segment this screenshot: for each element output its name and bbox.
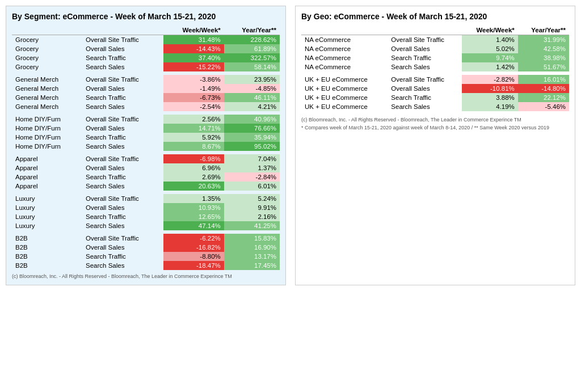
ww-cell: 47.14% — [163, 221, 224, 230]
metric-cell: Search Traffic — [82, 172, 163, 182]
segment-cell: NA eCommerce — [301, 35, 388, 45]
segment-cell: Luxury — [12, 203, 82, 212]
left-table: Week/Week* Year/Year** Grocery Overall S… — [12, 26, 280, 270]
yy-cell: 76.66% — [224, 124, 280, 133]
table-row: Luxury Search Sales 47.14% 41.25% — [12, 221, 280, 230]
yy-cell: 31.99% — [518, 35, 569, 45]
table-row: Home DIY/Furn Search Sales 8.67% 95.02% — [12, 142, 280, 151]
yy-cell: -2.84% — [224, 172, 280, 182]
ww-cell: 9.74% — [462, 53, 517, 62]
metric-cell: Overall Site Traffic — [388, 75, 462, 84]
yy-cell: 5.24% — [224, 194, 280, 203]
segment-cell: NA eCommerce — [301, 62, 388, 71]
segment-cell: Grocery — [12, 53, 82, 62]
segment-cell: Grocery — [12, 44, 82, 53]
metric-cell: Search Traffic — [82, 252, 163, 261]
table-row: Grocery Overall Sales -14.43% 61.89% — [12, 44, 280, 53]
table-row: B2B Search Traffic -8.80% 13.17% — [12, 252, 280, 261]
ww-cell: 6.96% — [163, 163, 224, 172]
ww-cell: -14.43% — [163, 44, 224, 53]
yy-cell: 15.83% — [224, 234, 280, 243]
yy-cell: 228.62% — [224, 35, 280, 45]
table-row: UK + EU eCommerce Search Sales 4.19% -5.… — [301, 102, 569, 111]
metric-cell: Search Sales — [82, 221, 163, 230]
ww-cell: -1.49% — [163, 84, 224, 93]
metric-cell: Search Sales — [82, 261, 163, 270]
ww-cell: 1.40% — [462, 35, 517, 45]
table-row: General Merch Overall Site Traffic -3.86… — [12, 75, 280, 84]
ww-cell: 10.93% — [163, 203, 224, 212]
segment-cell: NA eCommerce — [301, 44, 388, 53]
table-row: General Merch Search Traffic -6.73% 46.1… — [12, 93, 280, 102]
segment-cell: Apparel — [12, 154, 82, 163]
segment-cell: B2B — [12, 252, 82, 261]
metric-cell: Search Sales — [388, 102, 462, 111]
yy-cell: -4.85% — [224, 84, 280, 93]
metric-cell: Search Traffic — [82, 133, 163, 142]
segment-cell: Home DIY/Furn — [12, 133, 82, 142]
table-row: UK + EU eCommerce Overall Site Traffic -… — [301, 75, 569, 84]
yy-cell: 9.91% — [224, 203, 280, 212]
metric-cell: Search Sales — [82, 62, 163, 71]
table-row: Grocery Search Traffic 37.40% 322.57% — [12, 53, 280, 62]
metric-cell: Overall Sales — [388, 84, 462, 93]
yy-cell: 16.01% — [518, 75, 569, 84]
metric-cell: Overall Sales — [388, 44, 462, 53]
ww-cell: -16.82% — [163, 243, 224, 252]
metric-cell: Overall Sales — [82, 163, 163, 172]
table-row: Apparel Search Sales 20.63% 6.01% — [12, 182, 280, 191]
left-panel-title: By Segment: eCommerce - Week of March 15… — [12, 12, 280, 21]
yy-cell: -14.80% — [518, 84, 569, 93]
metric-cell: Search Sales — [82, 142, 163, 151]
yy-cell: 51.67% — [518, 62, 569, 71]
yy-cell: 61.89% — [224, 44, 280, 53]
metric-cell: Overall Site Traffic — [388, 35, 462, 45]
yy-cell: 22.12% — [518, 93, 569, 102]
yy-cell: 23.95% — [224, 75, 280, 84]
right-panel-title: By Geo: eCommerce - Week of March 15-21,… — [301, 12, 569, 21]
metric-cell: Overall Sales — [82, 124, 163, 133]
segment-cell: Apparel — [12, 182, 82, 191]
metric-cell: Search Traffic — [388, 53, 462, 62]
col-segment — [12, 26, 82, 35]
ww-cell: -15.22% — [163, 62, 224, 71]
yy-cell: 1.37% — [224, 163, 280, 172]
table-row: Home DIY/Furn Search Traffic 5.92% 35.94… — [12, 133, 280, 142]
yy-cell: 17.45% — [224, 261, 280, 270]
table-row: Luxury Overall Site Traffic 1.35% 5.24% — [12, 194, 280, 203]
metric-cell: Search Sales — [82, 182, 163, 191]
segment-cell: Home DIY/Furn — [12, 142, 82, 151]
metric-cell: Overall Site Traffic — [82, 234, 163, 243]
table-row: Grocery Search Sales -15.22% 58.14% — [12, 62, 280, 71]
segment-cell: Home DIY/Furn — [12, 115, 82, 124]
metric-cell: Search Sales — [82, 102, 163, 111]
metric-cell: Search Traffic — [82, 53, 163, 62]
metric-cell: Search Traffic — [82, 93, 163, 102]
yy-cell: 7.04% — [224, 154, 280, 163]
ww-cell: 4.19% — [462, 102, 517, 111]
metric-cell: Overall Site Traffic — [82, 35, 163, 45]
ww-cell: 5.92% — [163, 133, 224, 142]
table-row: Apparel Overall Sales 6.96% 1.37% — [12, 163, 280, 172]
ww-cell: -6.73% — [163, 93, 224, 102]
yy-cell: 41.25% — [224, 221, 280, 230]
metric-cell: Overall Site Traffic — [82, 115, 163, 124]
segment-cell: B2B — [12, 243, 82, 252]
segment-cell: General Merch — [12, 75, 82, 84]
metric-cell: Overall Sales — [82, 84, 163, 93]
table-row: NA eCommerce Overall Sales 5.02% 42.58% — [301, 44, 569, 53]
metric-cell: Overall Sales — [82, 243, 163, 252]
col-ww-r: Week/Week* — [462, 26, 517, 35]
col-yy: Year/Year** — [224, 26, 280, 35]
ww-cell: -8.80% — [163, 252, 224, 261]
segment-cell: Luxury — [12, 194, 82, 203]
table-row: B2B Overall Sales -16.82% 16.90% — [12, 243, 280, 252]
table-row: B2B Overall Site Traffic -6.22% 15.83% — [12, 234, 280, 243]
segment-cell: Apparel — [12, 172, 82, 182]
segment-cell: UK + EU eCommerce — [301, 84, 388, 93]
table-row: Home DIY/Furn Overall Site Traffic 2.56%… — [12, 115, 280, 124]
metric-cell: Search Sales — [388, 62, 462, 71]
ww-cell: 2.69% — [163, 172, 224, 182]
table-row: Luxury Overall Sales 10.93% 9.91% — [12, 203, 280, 212]
table-row: General Merch Search Sales -2.54% 4.21% — [12, 102, 280, 111]
